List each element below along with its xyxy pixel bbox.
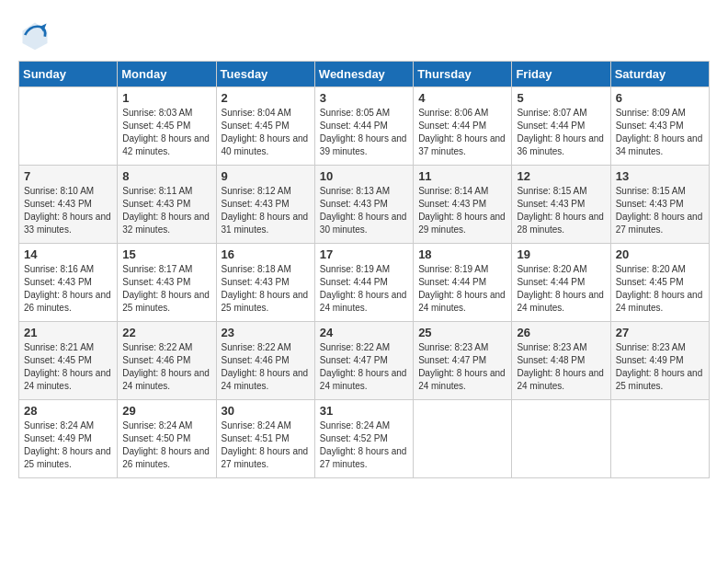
day-number: 2 xyxy=(222,91,310,105)
day-info: Sunrise: 8:22 AMSunset: 4:46 PMDaylight:… xyxy=(122,341,210,393)
logo xyxy=(18,18,57,52)
day-info: Sunrise: 8:12 AMSunset: 4:43 PMDaylight:… xyxy=(222,185,310,236)
calendar-cell xyxy=(414,400,512,478)
calendar-cell: 13Sunrise: 8:15 AMSunset: 4:43 PMDayligh… xyxy=(610,166,709,244)
day-number: 25 xyxy=(418,326,506,339)
calendar-week-row: 21Sunrise: 8:21 AMSunset: 4:45 PMDayligh… xyxy=(19,322,710,400)
calendar-cell: 25Sunrise: 8:23 AMSunset: 4:47 PMDayligh… xyxy=(414,322,512,400)
day-number: 30 xyxy=(222,404,310,418)
day-info: Sunrise: 8:04 AMSunset: 4:45 PMDaylight:… xyxy=(222,107,310,158)
day-info: Sunrise: 8:14 AMSunset: 4:43 PMDaylight:… xyxy=(418,185,506,236)
calendar-cell: 31Sunrise: 8:24 AMSunset: 4:52 PMDayligh… xyxy=(314,400,413,478)
calendar-cell: 29Sunrise: 8:24 AMSunset: 4:50 PMDayligh… xyxy=(118,400,216,478)
calendar-cell xyxy=(512,400,610,478)
day-number: 11 xyxy=(418,169,506,183)
calendar-cell: 10Sunrise: 8:13 AMSunset: 4:43 PMDayligh… xyxy=(314,166,413,244)
calendar-week-row: 7Sunrise: 8:10 AMSunset: 4:43 PMDaylight… xyxy=(19,166,710,244)
day-info: Sunrise: 8:16 AMSunset: 4:43 PMDaylight:… xyxy=(24,263,112,315)
calendar-cell: 7Sunrise: 8:10 AMSunset: 4:43 PMDaylight… xyxy=(19,166,118,244)
weekday-header: Thursday xyxy=(414,62,512,87)
weekday-header: Monday xyxy=(118,62,216,87)
calendar-header: SundayMondayTuesdayWednesdayThursdayFrid… xyxy=(19,62,710,87)
day-number: 14 xyxy=(24,247,112,261)
day-number: 15 xyxy=(122,247,210,261)
day-info: Sunrise: 8:20 AMSunset: 4:44 PMDaylight:… xyxy=(517,263,605,315)
calendar-cell: 19Sunrise: 8:20 AMSunset: 4:44 PMDayligh… xyxy=(512,244,610,322)
calendar-cell: 16Sunrise: 8:18 AMSunset: 4:43 PMDayligh… xyxy=(216,244,314,322)
day-number: 7 xyxy=(24,169,112,183)
weekday-header: Wednesday xyxy=(314,62,413,87)
day-number: 16 xyxy=(222,247,310,261)
day-info: Sunrise: 8:10 AMSunset: 4:43 PMDaylight:… xyxy=(24,185,112,236)
calendar-cell: 17Sunrise: 8:19 AMSunset: 4:44 PMDayligh… xyxy=(314,244,413,322)
day-info: Sunrise: 8:23 AMSunset: 4:49 PMDaylight:… xyxy=(616,341,704,393)
day-number: 21 xyxy=(24,326,112,339)
calendar-cell: 8Sunrise: 8:11 AMSunset: 4:43 PMDaylight… xyxy=(118,166,216,244)
calendar-cell: 24Sunrise: 8:22 AMSunset: 4:47 PMDayligh… xyxy=(314,322,413,400)
weekday-header: Tuesday xyxy=(216,62,314,87)
day-number: 3 xyxy=(320,91,408,105)
weekday-header: Saturday xyxy=(610,62,709,87)
calendar-cell: 20Sunrise: 8:20 AMSunset: 4:45 PMDayligh… xyxy=(610,244,709,322)
day-info: Sunrise: 8:13 AMSunset: 4:43 PMDaylight:… xyxy=(320,185,408,236)
calendar-week-row: 14Sunrise: 8:16 AMSunset: 4:43 PMDayligh… xyxy=(19,244,710,322)
header xyxy=(18,18,710,52)
day-number: 6 xyxy=(616,91,704,105)
day-info: Sunrise: 8:15 AMSunset: 4:43 PMDaylight:… xyxy=(517,185,605,236)
calendar-cell: 11Sunrise: 8:14 AMSunset: 4:43 PMDayligh… xyxy=(414,166,512,244)
calendar-week-row: 28Sunrise: 8:24 AMSunset: 4:49 PMDayligh… xyxy=(19,400,710,478)
day-number: 10 xyxy=(320,169,408,183)
weekday-row: SundayMondayTuesdayWednesdayThursdayFrid… xyxy=(19,62,710,87)
calendar-cell: 9Sunrise: 8:12 AMSunset: 4:43 PMDaylight… xyxy=(216,166,314,244)
day-number: 19 xyxy=(517,247,605,261)
calendar-cell: 1Sunrise: 8:03 AMSunset: 4:45 PMDaylight… xyxy=(118,87,216,166)
day-info: Sunrise: 8:24 AMSunset: 4:52 PMDaylight:… xyxy=(320,419,408,471)
day-info: Sunrise: 8:19 AMSunset: 4:44 PMDaylight:… xyxy=(418,263,506,315)
day-number: 29 xyxy=(122,404,210,418)
calendar-cell: 27Sunrise: 8:23 AMSunset: 4:49 PMDayligh… xyxy=(610,322,709,400)
day-info: Sunrise: 8:23 AMSunset: 4:47 PMDaylight:… xyxy=(418,341,506,393)
calendar-cell: 22Sunrise: 8:22 AMSunset: 4:46 PMDayligh… xyxy=(118,322,216,400)
day-number: 9 xyxy=(222,169,310,183)
day-number: 24 xyxy=(320,326,408,339)
day-number: 4 xyxy=(418,91,506,105)
weekday-header: Sunday xyxy=(19,62,118,87)
calendar-cell: 30Sunrise: 8:24 AMSunset: 4:51 PMDayligh… xyxy=(216,400,314,478)
day-number: 26 xyxy=(517,326,605,339)
day-number: 23 xyxy=(222,326,310,339)
day-number: 31 xyxy=(320,404,408,418)
weekday-header: Friday xyxy=(512,62,610,87)
day-info: Sunrise: 8:19 AMSunset: 4:44 PMDaylight:… xyxy=(320,263,408,315)
day-number: 18 xyxy=(418,247,506,261)
logo-icon xyxy=(18,18,51,52)
day-info: Sunrise: 8:21 AMSunset: 4:45 PMDaylight:… xyxy=(24,341,112,393)
calendar-cell xyxy=(19,87,118,166)
day-number: 12 xyxy=(517,169,605,183)
day-number: 17 xyxy=(320,247,408,261)
day-info: Sunrise: 8:23 AMSunset: 4:48 PMDaylight:… xyxy=(517,341,605,393)
day-info: Sunrise: 8:07 AMSunset: 4:44 PMDaylight:… xyxy=(517,107,605,158)
day-info: Sunrise: 8:05 AMSunset: 4:44 PMDaylight:… xyxy=(320,107,408,158)
calendar-cell: 2Sunrise: 8:04 AMSunset: 4:45 PMDaylight… xyxy=(216,87,314,166)
day-info: Sunrise: 8:24 AMSunset: 4:50 PMDaylight:… xyxy=(122,419,210,471)
calendar-cell: 4Sunrise: 8:06 AMSunset: 4:44 PMDaylight… xyxy=(414,87,512,166)
day-info: Sunrise: 8:17 AMSunset: 4:43 PMDaylight:… xyxy=(122,263,210,315)
day-number: 20 xyxy=(616,247,704,261)
day-number: 5 xyxy=(517,91,605,105)
day-number: 8 xyxy=(122,169,210,183)
day-info: Sunrise: 8:20 AMSunset: 4:45 PMDaylight:… xyxy=(616,263,704,315)
day-info: Sunrise: 8:03 AMSunset: 4:45 PMDaylight:… xyxy=(122,107,210,158)
calendar-cell: 12Sunrise: 8:15 AMSunset: 4:43 PMDayligh… xyxy=(512,166,610,244)
day-number: 28 xyxy=(24,404,112,418)
calendar-week-row: 1Sunrise: 8:03 AMSunset: 4:45 PMDaylight… xyxy=(19,87,710,166)
day-info: Sunrise: 8:22 AMSunset: 4:47 PMDaylight:… xyxy=(320,341,408,393)
day-info: Sunrise: 8:24 AMSunset: 4:49 PMDaylight:… xyxy=(24,419,112,471)
day-info: Sunrise: 8:06 AMSunset: 4:44 PMDaylight:… xyxy=(418,107,506,158)
day-number: 13 xyxy=(616,169,704,183)
calendar-cell: 18Sunrise: 8:19 AMSunset: 4:44 PMDayligh… xyxy=(414,244,512,322)
day-info: Sunrise: 8:09 AMSunset: 4:43 PMDaylight:… xyxy=(616,107,704,158)
calendar-cell: 21Sunrise: 8:21 AMSunset: 4:45 PMDayligh… xyxy=(19,322,118,400)
calendar-cell: 28Sunrise: 8:24 AMSunset: 4:49 PMDayligh… xyxy=(19,400,118,478)
day-info: Sunrise: 8:18 AMSunset: 4:43 PMDaylight:… xyxy=(222,263,310,315)
day-info: Sunrise: 8:11 AMSunset: 4:43 PMDaylight:… xyxy=(122,185,210,236)
